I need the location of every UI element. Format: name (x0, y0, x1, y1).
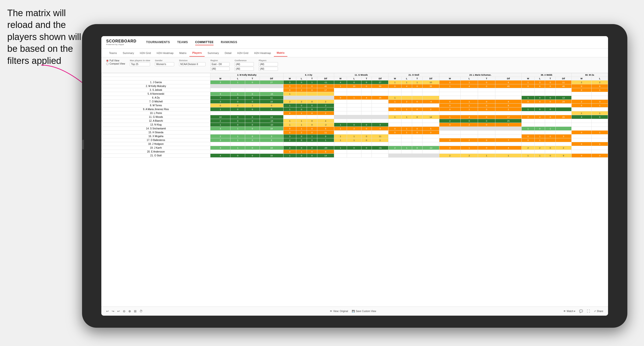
cell-r16-c1-0 (283, 142, 296, 146)
tab-h2h-heatmap2[interactable]: H2H Heatmap (251, 50, 274, 56)
region-sub-select[interactable]: (All) (210, 67, 230, 71)
cell-r12-c5-1: 0 (534, 127, 545, 131)
full-view-option[interactable]: Full View (106, 59, 125, 62)
cell-r2-c0-2 (245, 88, 260, 92)
cell-r12-c4-0 (439, 127, 460, 131)
conference-select[interactable]: (All) (234, 62, 254, 66)
compact-view-radio[interactable] (106, 63, 108, 65)
cell-r12-c5-3 (556, 127, 571, 131)
redo-btn[interactable]: ↪ (112, 309, 114, 313)
nav-item-committee[interactable]: COMMITTEE (195, 39, 214, 45)
cell-r18-c3-2 (412, 150, 422, 154)
players-sub-select[interactable]: (All) (259, 67, 278, 71)
cell-r8-c2-3 (372, 111, 388, 115)
cell-r5-c5-3: 24 (556, 100, 571, 104)
cell-r11-c3-3 (422, 123, 440, 127)
logo-title: SCOREBOARD (106, 39, 136, 43)
save-custom-view-btn[interactable]: 💾 Save Custom View (352, 310, 376, 313)
cell-r15-c3-0 (388, 138, 402, 142)
cell-r13-c4-0 (439, 131, 460, 135)
fullscreen-icon[interactable]: ⛶ (587, 309, 590, 313)
zoom-out-btn[interactable]: ⊖ (123, 309, 126, 313)
tab-teams[interactable]: Teams (106, 50, 120, 56)
cell-r5-c4-2: 0 (478, 100, 495, 104)
cell-r18-c2-2 (361, 150, 372, 154)
undo2-btn[interactable]: ↩ (117, 309, 120, 313)
cell-r13-c6-0: 0 (571, 131, 592, 135)
cell-r1-c4-2: 0 (478, 84, 495, 88)
watch-btn[interactable]: 👁 Watch ▾ (564, 310, 576, 313)
tab-summary[interactable]: Summary (120, 50, 137, 56)
gender-select[interactable]: Women's (155, 62, 174, 66)
conference-sub-select[interactable]: (All) (234, 67, 254, 71)
cell-r19-c2-3 (372, 154, 388, 158)
nav-item-rankings[interactable]: RANKINGS (221, 39, 237, 45)
cell-r1-c3-0: 0 (388, 84, 402, 88)
sub-h-d3: Dif (372, 77, 388, 80)
cell-r12-c0-0: 3 (210, 127, 230, 131)
cell-r4-c3-1 (402, 96, 412, 100)
cell-r11-c3-2 (412, 123, 422, 127)
nav-item-tournaments[interactable]: TOURNAMENTS (146, 39, 170, 45)
cell-r0-c2-0: 4 (334, 80, 347, 84)
cell-r2-c6-0: 0 (571, 88, 592, 92)
undo-btn[interactable]: ↩ (106, 309, 109, 313)
cell-r6-c2-2 (361, 104, 372, 107)
cell-r14-c4-1 (460, 135, 478, 138)
cell-r14-c2-0: 1 (334, 135, 347, 138)
cell-r1-c2-3: 50 (372, 84, 388, 88)
cell-r15-c1-1: 0 (296, 138, 307, 142)
nav-item-teams[interactable]: TEAMS (177, 39, 188, 45)
reset-btn[interactable]: ⏱ (140, 309, 142, 313)
share-btn[interactable]: ↗ Share (594, 310, 603, 313)
cell-r6-c0-2: 1 (245, 104, 260, 107)
col-header-mulcahy: 2. M Kelly Mulcahy (210, 73, 283, 77)
tab-summary2[interactable]: Summary (204, 50, 222, 56)
cell-r6-c2-0 (334, 104, 347, 107)
tab-matrix2[interactable]: Matrix (274, 49, 288, 57)
cell-r17-c5-1: 2 (534, 146, 545, 150)
comment-icon[interactable]: 💬 (579, 309, 583, 313)
cell-r12-c3-2: 0 (412, 127, 422, 131)
cell-r7-c0-3: 6 (260, 107, 283, 111)
cell-r14-c4-0 (439, 135, 460, 138)
cell-r3-c3-0 (388, 92, 402, 96)
max-players-select[interactable]: Top 25 (130, 62, 150, 66)
cell-r10-c0-1: 0 (230, 119, 245, 123)
col-header-woods: 11. G Woods (334, 73, 388, 77)
cell-r2-c5-2 (545, 88, 556, 92)
cell-r9-c3-1: 1 (402, 115, 412, 119)
players-select[interactable]: (All) (259, 62, 278, 66)
cell-r11-c4-2: 0 (478, 123, 495, 127)
full-view-radio[interactable] (106, 59, 108, 62)
cell-r15-c1-3: 1 (317, 138, 334, 142)
fit-btn[interactable]: ⊞ (134, 309, 136, 313)
cell-r10-c2-2 (361, 119, 372, 123)
tab-h2h-grid2[interactable]: H2H Grid (234, 50, 251, 56)
division-select[interactable]: NCAA Division II (179, 62, 206, 66)
cell-r13-c5-0 (522, 131, 535, 135)
tab-matrix[interactable]: Matrix (176, 50, 190, 56)
cell-r2-c4-1 (460, 88, 478, 92)
view-original-btn[interactable]: 👁 View: Original (330, 310, 348, 313)
zoom-in-btn[interactable]: ⊕ (128, 309, 131, 313)
tab-h2h-grid[interactable]: H2H Grid (137, 50, 154, 56)
cell-r14-c5-3: 3 (556, 135, 571, 138)
cell-r16-c4-1 (460, 142, 478, 146)
tab-h2h-heatmap[interactable]: H2H Heatmap (154, 50, 176, 56)
tab-detail[interactable]: Detail (222, 50, 234, 56)
cell-r16-c2-3 (372, 142, 388, 146)
cell-r12-c6-0 (571, 127, 592, 131)
tab-players[interactable]: Players (190, 49, 204, 57)
region-select[interactable]: East - DII (210, 62, 230, 66)
cell-r9-c5-1: 4 (534, 115, 545, 119)
cell-r7-c5-1: 0 (534, 107, 545, 111)
compact-view-option[interactable]: Compact View (106, 62, 125, 65)
matrix-area[interactable]: 2. M Kelly Mulcahy 6. A Dy 11. G Woods 2… (101, 73, 608, 307)
division-filter: Division NCAA Division II (179, 59, 206, 66)
cell-r14-c4-3 (495, 135, 522, 138)
cell-r13-c2-0 (334, 131, 347, 135)
cell-r11-c0-1: 0 (230, 123, 245, 127)
cell-r13-c5-3 (556, 131, 571, 135)
cell-r0-c5-3: 11 (556, 80, 571, 84)
